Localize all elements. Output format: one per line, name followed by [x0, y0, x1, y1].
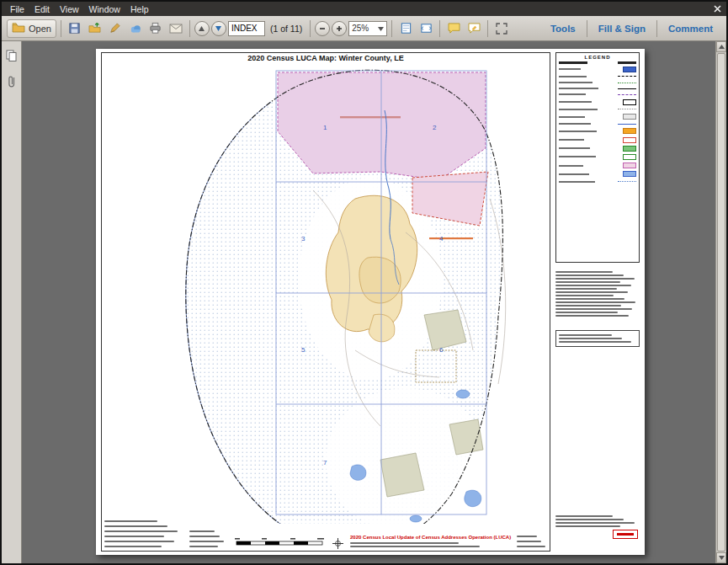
footer-operation-title: 2020 Census Local Update of Census Addre…	[350, 535, 510, 549]
legend-symbol	[618, 76, 636, 77]
legend-row	[559, 67, 636, 72]
edit-icon[interactable]	[106, 19, 125, 38]
legend-symbol	[623, 67, 636, 72]
legend-row	[559, 122, 636, 125]
legend-notes	[555, 269, 640, 318]
open-button-label: Open	[29, 24, 51, 34]
legend-symbol	[618, 181, 636, 182]
legend-symbol	[623, 128, 636, 134]
sheet-info-block	[555, 514, 640, 539]
toolbar-separator	[61, 20, 61, 37]
scroll-up-arrow-icon[interactable]	[716, 41, 726, 52]
sheet-number: 4	[439, 235, 444, 243]
zoom-dropdown-caret-icon	[378, 24, 384, 33]
toolbar-separator	[391, 20, 392, 37]
open-button[interactable]: Open	[7, 19, 56, 38]
save-icon[interactable]	[66, 19, 84, 38]
vertical-scrollbar	[715, 41, 726, 563]
footer-notes-right	[517, 534, 547, 549]
fill-sign-tab[interactable]: Fill & Sign	[590, 24, 654, 34]
page-thumbnails-icon[interactable]	[6, 50, 18, 65]
legend-row	[559, 180, 636, 184]
scrollbar-thumb[interactable]	[717, 53, 725, 552]
luca-title-text: 2020 Census Local Update of Census Addre…	[350, 535, 510, 541]
legend-row	[559, 114, 636, 120]
zoom-level-value: 25%	[352, 24, 369, 33]
map-frame: 2020 Census LUCA Map: Winter County, LE	[101, 52, 550, 552]
document-pane: 2020 Census LUCA Map: Winter County, LE	[22, 41, 715, 563]
census-bureau-logo	[613, 530, 638, 539]
zoom-out-button[interactable]	[315, 21, 330, 36]
footer-notes-left	[104, 519, 183, 549]
legend-row	[559, 146, 636, 152]
legend-row	[559, 81, 636, 84]
toolbar-separator	[189, 20, 190, 37]
legend-row	[559, 128, 636, 134]
open-folder-icon	[12, 22, 25, 35]
fullscreen-icon[interactable]	[492, 19, 511, 38]
menu-help[interactable]: Help	[125, 3, 154, 15]
scroll-down-arrow-icon[interactable]	[716, 552, 726, 563]
map-footer: 2020 Census Local Update of Census Addre…	[104, 522, 547, 549]
legend-symbol	[618, 83, 636, 83]
close-icon[interactable]	[711, 3, 723, 14]
menu-view[interactable]: View	[55, 3, 84, 15]
toolbar-separator	[656, 20, 657, 37]
next-page-button[interactable]	[211, 21, 226, 36]
census-map: 1 2 3 4 5 6 7	[103, 64, 549, 524]
toolbar-separator	[310, 20, 311, 37]
sheet-number: 6	[439, 346, 444, 354]
zoom-in-button[interactable]	[332, 21, 347, 36]
sheet-number: 7	[323, 459, 327, 466]
toolbar-separator	[439, 20, 440, 37]
fit-page-icon[interactable]	[417, 19, 435, 38]
acrobat-window: File Edit View Window Help Open	[0, 0, 728, 565]
legend-column-headers	[559, 61, 636, 64]
sheet-number: 3	[301, 235, 306, 243]
pdf-page: 2020 Census LUCA Map: Winter County, LE	[96, 49, 645, 555]
page-count-label: (1 of 11)	[267, 24, 306, 34]
legend-row	[559, 75, 636, 78]
legend-symbol	[618, 94, 636, 95]
sticky-note-icon[interactable]	[444, 19, 463, 38]
previous-page-button[interactable]	[194, 21, 210, 36]
tools-tab[interactable]: Tools	[542, 24, 584, 34]
legend-symbol	[623, 137, 636, 143]
menu-bar: File Edit View Window Help	[2, 2, 726, 16]
map-title: 2020 Census LUCA Map: Winter County, LE	[102, 54, 550, 62]
print-icon[interactable]	[146, 19, 165, 38]
menu-window[interactable]: Window	[84, 3, 125, 15]
legend-symbol	[618, 88, 636, 89]
legend-row	[559, 154, 636, 160]
north-indicator-icon	[332, 538, 343, 549]
highlight-comment-icon[interactable]	[465, 19, 483, 38]
legend-row	[559, 108, 636, 111]
legend-symbol	[623, 99, 636, 105]
sheet-number: 2	[433, 124, 437, 131]
legend-symbol	[623, 171, 636, 177]
attachments-icon[interactable]	[7, 75, 17, 92]
upload-icon[interactable]	[86, 19, 104, 38]
cloud-share-icon[interactable]	[126, 19, 145, 38]
footer-notes-mid	[189, 529, 227, 549]
zoom-level-select[interactable]: 25%	[348, 21, 387, 36]
scale-bar	[233, 536, 326, 549]
legend-symbol	[623, 163, 636, 168]
sheet-number: 5	[301, 346, 306, 354]
legend-rows	[559, 67, 636, 184]
email-icon[interactable]	[167, 19, 185, 38]
navigation-pane-rail	[2, 41, 22, 563]
toolbar: Open (1 of 11)	[2, 16, 726, 41]
fit-width-icon[interactable]	[396, 19, 415, 38]
legend-symbol	[623, 146, 636, 152]
comment-tab[interactable]: Comment	[660, 24, 721, 34]
legend-title: LEGEND	[559, 55, 636, 60]
toolbar-separator	[487, 20, 488, 37]
footer-operation-subtext	[350, 541, 510, 549]
menu-file[interactable]: File	[5, 3, 29, 15]
legend-row	[559, 93, 636, 96]
legend-row	[559, 137, 636, 143]
task-panes: Tools Fill & Sign Comment	[542, 16, 721, 40]
menu-edit[interactable]: Edit	[29, 3, 55, 15]
page-number-input[interactable]	[228, 21, 265, 36]
